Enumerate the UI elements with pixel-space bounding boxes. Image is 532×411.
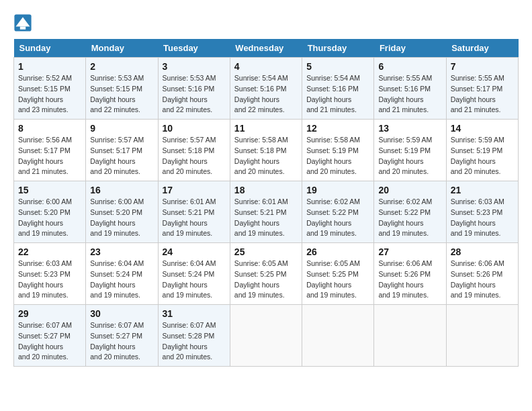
calendar-week-5: 29 Sunrise: 6:07 AM Sunset: 5:27 PM Dayl…	[14, 305, 519, 367]
day-number: 12	[306, 123, 369, 134]
calendar-cell: 21 Sunrise: 6:03 AM Sunset: 5:23 PM Dayl…	[446, 181, 518, 243]
day-number: 30	[90, 308, 153, 319]
day-number: 21	[451, 185, 514, 195]
day-number: 3	[163, 61, 226, 72]
day-detail: Sunrise: 5:57 AM Sunset: 5:18 PM Dayligh…	[163, 135, 226, 177]
day-number: 7	[451, 61, 514, 72]
day-detail: Sunrise: 5:54 AM Sunset: 5:16 PM Dayligh…	[306, 73, 369, 116]
day-detail: Sunrise: 6:07 AM Sunset: 5:27 PM Dayligh…	[18, 320, 81, 363]
day-number: 1	[18, 61, 81, 72]
calendar-cell: 23 Sunrise: 6:04 AM Sunset: 5:24 PM Dayl…	[86, 243, 158, 305]
calendar-cell: 11 Sunrise: 5:58 AM Sunset: 5:18 PM Dayl…	[230, 120, 302, 181]
day-number: 11	[234, 123, 298, 134]
day-detail: Sunrise: 6:05 AM Sunset: 5:25 PM Dayligh…	[306, 259, 369, 301]
header-cell-thursday: Thursday	[302, 39, 374, 58]
day-number: 13	[378, 123, 441, 134]
day-detail: Sunrise: 5:58 AM Sunset: 5:19 PM Dayligh…	[306, 135, 369, 177]
header-cell-friday: Friday	[374, 39, 446, 58]
day-number: 23	[90, 246, 153, 257]
calendar-cell: 4 Sunrise: 5:54 AM Sunset: 5:16 PM Dayli…	[230, 58, 302, 120]
calendar-cell: 9 Sunrise: 5:57 AM Sunset: 5:17 PM Dayli…	[86, 120, 158, 181]
calendar-cell: 7 Sunrise: 5:55 AM Sunset: 5:17 PM Dayli…	[446, 58, 518, 120]
calendar-week-1: 1 Sunrise: 5:52 AM Sunset: 5:15 PM Dayli…	[14, 58, 519, 120]
day-number: 14	[451, 123, 514, 134]
calendar-cell: 20 Sunrise: 6:02 AM Sunset: 5:22 PM Dayl…	[374, 181, 446, 243]
day-detail: Sunrise: 6:01 AM Sunset: 5:21 PM Dayligh…	[163, 197, 226, 239]
header-cell-wednesday: Wednesday	[230, 39, 302, 58]
header-cell-saturday: Saturday	[446, 39, 518, 58]
header-row: SundayMondayTuesdayWednesdayThursdayFrid…	[14, 39, 519, 58]
header-cell-sunday: Sunday	[14, 39, 86, 58]
day-detail: Sunrise: 5:53 AM Sunset: 5:15 PM Dayligh…	[90, 73, 153, 116]
day-number: 28	[451, 246, 514, 257]
calendar-cell: 28 Sunrise: 6:06 AM Sunset: 5:26 PM Dayl…	[446, 243, 518, 305]
calendar-cell: 24 Sunrise: 6:04 AM Sunset: 5:24 PM Dayl…	[158, 243, 230, 305]
day-number: 20	[378, 185, 441, 195]
day-detail: Sunrise: 6:04 AM Sunset: 5:24 PM Dayligh…	[163, 259, 226, 301]
calendar-cell: 3 Sunrise: 5:53 AM Sunset: 5:16 PM Dayli…	[158, 58, 230, 120]
calendar-week-4: 22 Sunrise: 6:03 AM Sunset: 5:23 PM Dayl…	[14, 243, 519, 305]
calendar-cell: 17 Sunrise: 6:01 AM Sunset: 5:21 PM Dayl…	[158, 181, 230, 243]
day-number: 2	[90, 61, 153, 72]
day-detail: Sunrise: 5:58 AM Sunset: 5:18 PM Dayligh…	[234, 135, 298, 177]
day-number: 24	[163, 246, 226, 257]
day-number: 19	[306, 185, 369, 195]
calendar-cell: 30 Sunrise: 6:07 AM Sunset: 5:27 PM Dayl…	[86, 305, 158, 367]
page-header	[13, 13, 519, 32]
day-number: 18	[234, 185, 298, 195]
day-detail: Sunrise: 6:03 AM Sunset: 5:23 PM Dayligh…	[451, 197, 514, 239]
calendar-cell: 27 Sunrise: 6:06 AM Sunset: 5:26 PM Dayl…	[374, 243, 446, 305]
day-detail: Sunrise: 6:00 AM Sunset: 5:20 PM Dayligh…	[90, 197, 153, 239]
day-number: 25	[234, 246, 298, 257]
day-detail: Sunrise: 5:57 AM Sunset: 5:17 PM Dayligh…	[90, 135, 153, 177]
day-detail: Sunrise: 5:55 AM Sunset: 5:16 PM Dayligh…	[378, 73, 441, 116]
calendar-cell: 8 Sunrise: 5:56 AM Sunset: 5:17 PM Dayli…	[14, 120, 86, 181]
day-number: 29	[18, 308, 81, 319]
day-number: 8	[18, 123, 81, 134]
logo-icon	[13, 13, 32, 32]
calendar-cell: 22 Sunrise: 6:03 AM Sunset: 5:23 PM Dayl…	[14, 243, 86, 305]
calendar-cell: 13 Sunrise: 5:59 AM Sunset: 5:19 PM Dayl…	[374, 120, 446, 181]
calendar-cell	[230, 305, 302, 367]
day-detail: Sunrise: 6:00 AM Sunset: 5:20 PM Dayligh…	[18, 197, 81, 239]
day-number: 27	[378, 246, 441, 257]
day-number: 26	[306, 246, 369, 257]
calendar-week-2: 8 Sunrise: 5:56 AM Sunset: 5:17 PM Dayli…	[14, 120, 519, 181]
day-number: 10	[163, 123, 226, 134]
day-number: 22	[18, 246, 81, 257]
day-detail: Sunrise: 6:06 AM Sunset: 5:26 PM Dayligh…	[451, 259, 514, 301]
calendar-cell: 18 Sunrise: 6:01 AM Sunset: 5:21 PM Dayl…	[230, 181, 302, 243]
day-detail: Sunrise: 6:07 AM Sunset: 5:27 PM Dayligh…	[90, 320, 153, 363]
header-cell-tuesday: Tuesday	[158, 39, 230, 58]
calendar-table: SundayMondayTuesdayWednesdayThursdayFrid…	[13, 39, 519, 367]
day-detail: Sunrise: 5:59 AM Sunset: 5:19 PM Dayligh…	[451, 135, 514, 177]
calendar-cell: 1 Sunrise: 5:52 AM Sunset: 5:15 PM Dayli…	[14, 58, 86, 120]
day-detail: Sunrise: 5:56 AM Sunset: 5:17 PM Dayligh…	[18, 135, 81, 177]
day-number: 31	[163, 308, 226, 319]
calendar-cell	[302, 305, 374, 367]
calendar-cell: 5 Sunrise: 5:54 AM Sunset: 5:16 PM Dayli…	[302, 58, 374, 120]
calendar-cell	[374, 305, 446, 367]
day-detail: Sunrise: 5:53 AM Sunset: 5:16 PM Dayligh…	[163, 73, 226, 116]
day-number: 6	[378, 61, 441, 72]
calendar-cell: 25 Sunrise: 6:05 AM Sunset: 5:25 PM Dayl…	[230, 243, 302, 305]
calendar-cell: 31 Sunrise: 6:07 AM Sunset: 5:28 PM Dayl…	[158, 305, 230, 367]
day-detail: Sunrise: 6:06 AM Sunset: 5:26 PM Dayligh…	[378, 259, 441, 301]
calendar-cell: 14 Sunrise: 5:59 AM Sunset: 5:19 PM Dayl…	[446, 120, 518, 181]
calendar-cell: 10 Sunrise: 5:57 AM Sunset: 5:18 PM Dayl…	[158, 120, 230, 181]
day-detail: Sunrise: 6:01 AM Sunset: 5:21 PM Dayligh…	[234, 197, 298, 239]
logo	[13, 13, 35, 32]
day-detail: Sunrise: 5:54 AM Sunset: 5:16 PM Dayligh…	[234, 73, 298, 116]
calendar-week-3: 15 Sunrise: 6:00 AM Sunset: 5:20 PM Dayl…	[14, 181, 519, 243]
day-number: 9	[90, 123, 153, 134]
svg-rect-2	[20, 27, 26, 30]
calendar-cell: 2 Sunrise: 5:53 AM Sunset: 5:15 PM Dayli…	[86, 58, 158, 120]
day-detail: Sunrise: 6:02 AM Sunset: 5:22 PM Dayligh…	[378, 197, 441, 239]
calendar-cell: 16 Sunrise: 6:00 AM Sunset: 5:20 PM Dayl…	[86, 181, 158, 243]
day-detail: Sunrise: 6:07 AM Sunset: 5:28 PM Dayligh…	[163, 320, 226, 363]
calendar-cell: 19 Sunrise: 6:02 AM Sunset: 5:22 PM Dayl…	[302, 181, 374, 243]
day-number: 4	[234, 61, 298, 72]
calendar-cell: 12 Sunrise: 5:58 AM Sunset: 5:19 PM Dayl…	[302, 120, 374, 181]
day-number: 15	[18, 185, 81, 195]
day-detail: Sunrise: 6:02 AM Sunset: 5:22 PM Dayligh…	[306, 197, 369, 239]
